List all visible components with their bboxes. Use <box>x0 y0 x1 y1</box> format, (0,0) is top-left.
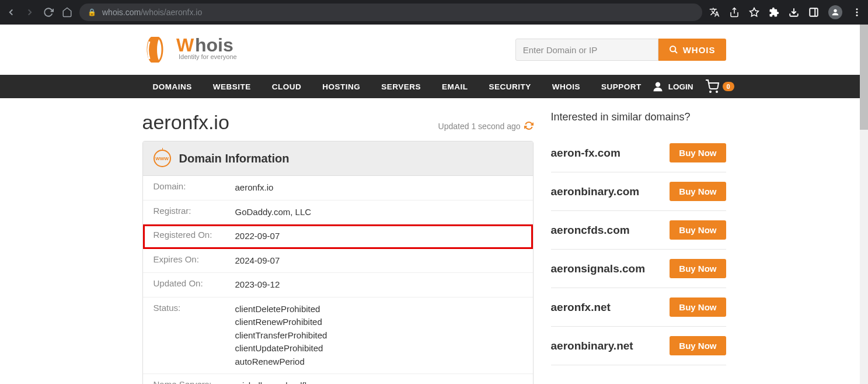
cart-icon <box>705 79 719 94</box>
svg-line-12 <box>675 51 677 53</box>
info-label: Domain: <box>154 181 235 195</box>
info-row: Registrar:GoDaddy.com, LLC <box>143 200 533 225</box>
browser-toolbar: 🔒 whois.com/whois/aeronfx.io <box>0 0 868 25</box>
info-value: 2024-09-07 <box>235 254 280 268</box>
similar-domain-row: aeron-fx.comBuy Now <box>551 134 726 172</box>
download-icon[interactable] <box>789 7 799 18</box>
svg-text:hois: hois <box>195 34 233 56</box>
nav-website[interactable]: WEBSITE <box>203 75 262 98</box>
translate-icon[interactable] <box>709 7 720 18</box>
info-label: Expires On: <box>154 254 235 268</box>
user-icon <box>652 81 664 92</box>
refresh-icon[interactable] <box>524 121 534 132</box>
info-value: aeronfx.io <box>235 181 274 195</box>
cart-link[interactable]: 0 <box>705 79 734 94</box>
extensions-icon[interactable] <box>769 7 779 18</box>
similar-domain-name: aeronsignals.com <box>551 262 646 275</box>
scrollbar-thumb[interactable] <box>860 25 868 130</box>
similar-domain-row: aeronbinary.netBuy Now <box>551 327 726 365</box>
cart-count: 0 <box>723 82 734 91</box>
domain-info-card: WWW Domain Information Domain:aeronfx.io… <box>142 141 534 384</box>
nav-domains[interactable]: DOMAINS <box>142 75 203 98</box>
similar-domain-row: aeronbinary.comBuy Now <box>551 172 726 211</box>
svg-rect-3 <box>810 8 818 16</box>
scrollbar-track[interactable] <box>860 25 868 384</box>
info-row: Registered On:2022-09-07 <box>143 224 533 249</box>
similar-domain-name: aeronfx.net <box>551 301 611 314</box>
main-nav: DOMAINS WEBSITE CLOUD HOSTING SERVERS EM… <box>0 75 868 98</box>
menu-icon[interactable] <box>852 7 862 18</box>
info-label: Registered On: <box>154 230 235 243</box>
site-logo[interactable]: W hois Identity for everyone <box>142 33 271 67</box>
nav-security[interactable]: SECURITY <box>479 75 542 98</box>
info-row: Status:clientDeleteProhibitedclientRenew… <box>143 297 533 375</box>
home-icon[interactable] <box>62 7 72 18</box>
info-row: Name Servers:michelle.ns.cloudflare.comk… <box>143 374 533 384</box>
info-value: 2022-09-07 <box>235 230 280 243</box>
similar-domain-name: aeroncfds.com <box>551 224 630 237</box>
search-icon <box>669 45 678 54</box>
svg-point-14 <box>710 91 711 92</box>
domain-title: aeronfx.io <box>142 111 229 134</box>
bookmark-icon[interactable] <box>749 7 759 18</box>
similar-domain-name: aeron-fx.com <box>551 147 621 160</box>
buy-now-button[interactable]: Buy Now <box>670 182 726 201</box>
buy-now-button[interactable]: Buy Now <box>670 143 726 162</box>
similar-domain-name: aeronbinary.com <box>551 185 640 198</box>
search-input[interactable] <box>515 39 658 61</box>
buy-now-button[interactable]: Buy Now <box>670 259 726 278</box>
nav-cloud[interactable]: CLOUD <box>262 75 312 98</box>
sidebar-title: Interested in similar domains? <box>551 111 726 123</box>
similar-domain-name: aeronbinary.net <box>551 340 633 352</box>
info-value: GoDaddy.com, LLC <box>235 206 312 219</box>
nav-hosting[interactable]: HOSTING <box>312 75 371 98</box>
svg-marker-1 <box>750 8 759 16</box>
svg-point-7 <box>856 12 858 13</box>
whois-search-button[interactable]: WHOIS <box>658 39 726 61</box>
info-row: Expires On:2024-09-07 <box>143 249 533 274</box>
info-label: Status: <box>154 303 235 369</box>
logo-tagline: Identity for everyone <box>179 53 237 60</box>
info-label: Registrar: <box>154 206 235 219</box>
login-link[interactable]: LOGIN <box>652 81 693 92</box>
info-value: 2023-09-12 <box>235 278 280 292</box>
svg-point-13 <box>656 82 660 87</box>
buy-now-button[interactable]: Buy Now <box>670 297 726 317</box>
lock-icon: 🔒 <box>88 8 96 16</box>
panel-icon[interactable] <box>808 7 819 18</box>
similar-domain-row: aeroncfds.comBuy Now <box>551 211 726 250</box>
info-label: Updated On: <box>154 278 235 292</box>
back-icon[interactable] <box>6 7 16 18</box>
info-row: Updated On:2023-09-12 <box>143 273 533 297</box>
info-value: clientDeleteProhibitedclientRenewProhibi… <box>235 303 327 369</box>
svg-text:W: W <box>176 34 194 56</box>
svg-point-5 <box>834 9 836 12</box>
www-icon: WWW <box>154 150 171 167</box>
address-bar[interactable]: 🔒 whois.com/whois/aeronfx.io <box>79 4 702 21</box>
updated-label: Updated 1 second ago <box>438 121 534 132</box>
nav-support[interactable]: SUPPORT <box>591 75 652 98</box>
reload-icon[interactable] <box>43 7 54 18</box>
nav-whois[interactable]: WHOIS <box>542 75 591 98</box>
buy-now-button[interactable]: Buy Now <box>670 336 726 355</box>
info-row: Domain:aeronfx.io <box>143 176 533 200</box>
profile-avatar[interactable] <box>828 5 842 19</box>
forward-icon[interactable] <box>25 7 35 18</box>
svg-point-11 <box>670 46 675 51</box>
similar-domain-row: aeronsignals.comBuy Now <box>551 250 726 288</box>
similar-domain-row: aeronfx.netBuy Now <box>551 288 726 327</box>
share-icon[interactable] <box>729 7 740 18</box>
info-value: michelle.ns.cloudflare.comkurt.ns.cloudf… <box>235 379 339 384</box>
nav-email[interactable]: EMAIL <box>431 75 479 98</box>
info-label: Name Servers: <box>154 379 235 384</box>
card-title: Domain Information <box>179 152 290 165</box>
svg-point-8 <box>856 15 858 16</box>
svg-point-15 <box>716 91 717 92</box>
url-text: whois.com/whois/aeronfx.io <box>102 8 202 17</box>
svg-point-6 <box>856 8 858 10</box>
buy-now-button[interactable]: Buy Now <box>670 220 726 240</box>
nav-servers[interactable]: SERVERS <box>371 75 431 98</box>
